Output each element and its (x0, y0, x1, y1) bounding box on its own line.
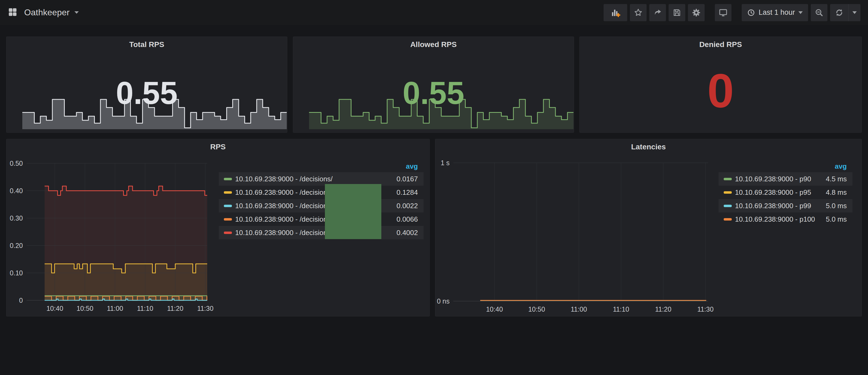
legend-series-swatch[interactable] (724, 218, 732, 221)
legend-series-value: 4.5 ms (826, 175, 852, 183)
x-tick-label: 11:20 (655, 306, 672, 313)
panel-denied-rps: Denied RPS 0 (579, 36, 862, 133)
legend-row: 10.10.69.238:9000 - p95 4.8 ms (719, 186, 852, 199)
legend: 10.10.69.238:9000 - /decisions/ 0.0167 1… (219, 172, 424, 239)
panel-rps-graph: RPS avg 10.10.69.238:9000 - /decisions/ … (6, 139, 430, 316)
x-tick-label: 11:10 (613, 306, 629, 313)
series-fill-1 (44, 264, 207, 300)
y-tick-label: 0.40 (6, 187, 23, 195)
refresh-caret-icon (852, 11, 857, 14)
panel-title[interactable]: Total RPS (6, 40, 287, 49)
dashboard: Oathkeeper (0, 0, 868, 375)
legend-series-swatch[interactable] (224, 231, 232, 234)
legend-row: 10.10.69.238:9000 - p99 5.0 ms (719, 199, 852, 213)
add-panel-button[interactable] (603, 4, 627, 21)
dashboard-grid-icon[interactable] (7, 7, 18, 18)
legend-series-swatch[interactable] (224, 191, 232, 194)
legend-series-value: 0.0022 (396, 202, 424, 210)
legend-row: 10.10.69.238:9000 - /decisions/ 0.0167 (219, 172, 424, 186)
legend-row: 10.10.69.238:9000 - /decisions/ 0.1284 (219, 186, 424, 199)
stat-value: 0 (580, 67, 862, 115)
y-tick-label: 0.30 (6, 214, 23, 222)
panel-title[interactable]: Allowed RPS (293, 40, 574, 49)
x-tick-label: 11:00 (107, 305, 123, 312)
sparkline (309, 98, 574, 129)
legend-row: 10.10.69.238:9000 - /decisions/ 0.4002 (219, 226, 424, 239)
x-tick-label: 10:40 (46, 305, 63, 312)
legend-series-swatch[interactable] (724, 205, 732, 207)
legend-series-swatch[interactable] (224, 218, 232, 221)
x-tick-label: 10:50 (528, 306, 545, 313)
legend-series-label[interactable]: 10.10.69.238:9000 - /decisions/ (235, 175, 333, 183)
refresh-now-button[interactable] (830, 4, 848, 21)
dashboard-title-caret-icon[interactable] (74, 11, 79, 14)
legend-series-swatch[interactable] (224, 178, 232, 180)
legend-series-swatch[interactable] (224, 205, 232, 207)
legend-series-value: 4.8 ms (826, 188, 852, 197)
time-range-label: Last 1 hour (758, 8, 795, 17)
x-tick-label: 10:40 (486, 306, 503, 313)
legend-header[interactable]: avg (219, 162, 424, 171)
legend-series-value: 0.4002 (396, 228, 424, 237)
x-tick-label: 11:10 (137, 305, 153, 312)
y-tick-label: 0 (6, 296, 23, 304)
y-tick-label: 0.50 (6, 160, 23, 167)
legend-series-label[interactable]: 10.10.69.238:9000 - p95 (735, 188, 811, 197)
legend-series-label[interactable]: 10.10.69.238:9000 - p100 (735, 215, 815, 223)
y-tick-label: 1 s (435, 159, 450, 167)
x-tick-label: 11:30 (197, 305, 214, 312)
star-button[interactable] (630, 4, 647, 21)
legend-series-label[interactable]: 10.10.69.238:9000 - /decisions/ (235, 188, 333, 197)
legend-series-swatch[interactable] (724, 178, 732, 180)
y-tick-label: 0.20 (6, 242, 23, 250)
time-range-caret-icon (798, 11, 803, 14)
legend-series-value: 5.0 ms (826, 202, 852, 210)
settings-button[interactable] (688, 4, 705, 21)
legend-series-label[interactable]: 10.10.69.238:9000 - /decisions/ (235, 228, 333, 237)
legend-series-label[interactable]: 10.10.69.238:9000 - p99 (735, 202, 811, 210)
x-tick-label: 11:00 (571, 306, 587, 313)
share-button[interactable] (649, 4, 666, 21)
legend-row: 10.10.69.238:9000 - /decisions/ 0.0022 (219, 199, 424, 213)
panel-latencies-graph: Latencies avg 10.10.69.238:9000 - p90 4.… (435, 139, 862, 316)
legend-header[interactable]: avg (719, 162, 852, 171)
legend-overlay-box (325, 184, 381, 239)
dashboard-title-group[interactable]: Oathkeeper (7, 7, 79, 18)
legend-series-value: 5.0 ms (826, 215, 852, 223)
x-tick-label: 11:20 (167, 305, 184, 312)
legend-row: 10.10.69.238:9000 - p90 4.5 ms (719, 172, 852, 186)
time-range-button[interactable]: Last 1 hour (742, 4, 808, 21)
zoom-out-button[interactable] (811, 4, 828, 21)
legend-series-value: 0.0167 (396, 175, 424, 183)
panel-total-rps: Total RPS 0.55 (6, 36, 287, 133)
legend-series-label[interactable]: 10.10.69.238:9000 - p90 (735, 175, 811, 183)
x-tick-label: 11:30 (698, 306, 714, 313)
legend-series-label[interactable]: 10.10.69.238:9000 - /decisions/ (235, 202, 333, 210)
panel-title[interactable]: Denied RPS (580, 40, 862, 49)
clock-icon (747, 9, 755, 17)
navbar-actions: Last 1 hour (603, 4, 861, 21)
sparkline (22, 98, 287, 129)
refresh-interval-dropdown[interactable] (848, 4, 861, 21)
legend-series-label[interactable]: 10.10.69.238:9000 - /decisions/ (235, 215, 333, 223)
refresh-button (830, 4, 861, 21)
navbar: Oathkeeper (0, 0, 868, 25)
legend-series-swatch[interactable] (724, 191, 732, 194)
legend-series-value: 0.0066 (396, 215, 424, 223)
legend: 10.10.69.238:9000 - p90 4.5 ms 10.10.69.… (719, 172, 852, 226)
legend-row: 10.10.69.238:9000 - /decisions/ 0.0066 (219, 213, 424, 226)
legend-series-value: 0.1284 (396, 188, 424, 197)
y-tick-label: 0 ns (435, 298, 450, 305)
dashboard-title[interactable]: Oathkeeper (24, 7, 70, 18)
legend-row: 10.10.69.238:9000 - p100 5.0 ms (719, 213, 852, 226)
x-tick-label: 10:50 (76, 305, 94, 312)
save-button[interactable] (669, 4, 685, 21)
cycle-view-button[interactable] (715, 4, 732, 21)
panel-allowed-rps: Allowed RPS 0.55 (293, 36, 574, 133)
y-tick-label: 0.10 (6, 269, 23, 277)
